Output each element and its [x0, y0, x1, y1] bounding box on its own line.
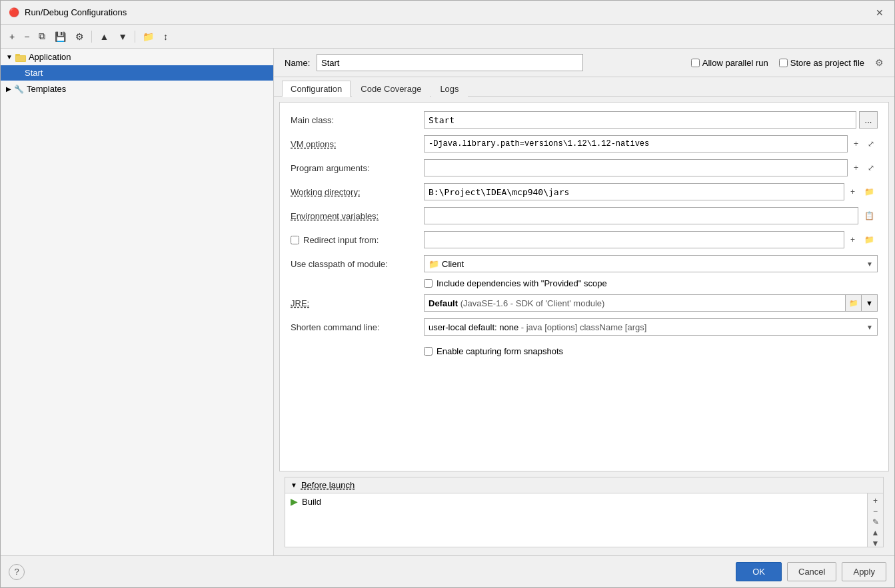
before-launch-header[interactable]: ▼ Before launch: [285, 477, 883, 493]
before-launch-up-button[interactable]: ▲: [869, 528, 882, 537]
folder-button[interactable]: 📁: [139, 29, 157, 44]
move-down-button[interactable]: ▼: [115, 29, 131, 44]
before-launch-sidebar: + − ✎ ▲ ▼: [867, 493, 883, 547]
vm-options-label: VM options:: [291, 139, 424, 149]
name-options: Allow parallel run Store as project file…: [691, 57, 884, 68]
before-launch-edit-button[interactable]: ✎: [869, 517, 882, 527]
main-class-browse-button[interactable]: ...: [859, 111, 878, 129]
working-directory-browse-button[interactable]: 📁: [861, 183, 878, 200]
save-button[interactable]: 💾: [51, 29, 69, 44]
jre-dropdown-button[interactable]: ▼: [861, 295, 877, 311]
working-directory-input-group: + 📁: [424, 183, 878, 200]
env-variables-input[interactable]: [424, 207, 858, 224]
enable-capturing-row: Enable capturing form snapshots: [291, 342, 878, 360]
classpath-module-arrow: ▼: [866, 260, 873, 268]
sidebar-item-application[interactable]: ▼ Application: [1, 49, 273, 65]
classpath-module-value: Client: [442, 259, 866, 269]
shorten-cmdline-value: user-local default: none - java [options…: [429, 322, 866, 332]
store-project-checkbox[interactable]: [779, 59, 788, 67]
vm-options-input[interactable]: [424, 135, 848, 152]
build-label: Build: [302, 497, 321, 507]
bottom-bar: ? OK Cancel Apply: [1, 555, 894, 587]
allow-parallel-label[interactable]: Allow parallel run: [691, 58, 768, 68]
before-launch-add-button[interactable]: +: [869, 496, 882, 505]
classpath-module-row: Use classpath of module: 📁 Client ▼: [291, 254, 878, 273]
enable-capturing-checkbox[interactable]: [424, 347, 433, 356]
ok-button[interactable]: OK: [736, 562, 782, 581]
shorten-cmdline-label: Shorten command line:: [291, 322, 424, 332]
shorten-cmdline-select[interactable]: user-local default: none - java [options…: [424, 318, 878, 336]
move-up-button[interactable]: ▲: [96, 29, 112, 44]
add-button[interactable]: +: [6, 29, 18, 44]
classpath-module-select[interactable]: 📁 Client ▼: [424, 255, 878, 272]
window-title: Run/Debug Configurations: [25, 7, 127, 17]
gear-icon[interactable]: ⚙: [875, 57, 884, 68]
remove-button[interactable]: −: [21, 29, 33, 44]
main-window: 🔴 Run/Debug Configurations ✕ + − ⧉ 💾 ⚙ ▲…: [0, 0, 895, 588]
redirect-input-label: Redirect input from:: [303, 235, 379, 245]
expand-icon-application: ▼: [6, 53, 13, 61]
sidebar-application-label: Application: [29, 52, 71, 62]
main-class-input[interactable]: [424, 111, 856, 129]
vm-options-input-group: + ⤢: [424, 135, 878, 152]
name-label: Name:: [285, 58, 311, 68]
program-arguments-input[interactable]: [424, 159, 848, 176]
redirect-input-browse-button[interactable]: 📁: [861, 231, 878, 248]
cancel-button[interactable]: Cancel: [787, 562, 836, 581]
jre-browse-button[interactable]: 📁: [845, 295, 861, 311]
main-content: ▼ Application Start ▶ 🔧 Templates: [1, 49, 894, 555]
tab-logs[interactable]: Logs: [431, 81, 467, 97]
tab-configuration[interactable]: Configuration: [282, 81, 351, 97]
help-button[interactable]: ?: [9, 564, 25, 580]
redirect-input-checkbox[interactable]: [291, 236, 299, 244]
redirect-input-group: + 📁: [424, 231, 878, 248]
expand-icon-templates: ▶: [6, 85, 11, 93]
settings-button[interactable]: ⚙: [72, 29, 87, 44]
start-label: Start: [25, 68, 43, 78]
toolbar-separator: [91, 31, 92, 43]
working-directory-add-button[interactable]: +: [847, 183, 858, 200]
close-button[interactable]: ✕: [873, 6, 886, 19]
name-input[interactable]: [317, 54, 583, 71]
program-arguments-add-button[interactable]: +: [850, 159, 862, 176]
window-icon: 🔴: [9, 7, 19, 18]
vm-options-expand-button[interactable]: ⤢: [864, 135, 878, 152]
apply-button[interactable]: Apply: [842, 562, 886, 581]
config-area: Main class: ... VM options: + ⤢: [279, 102, 889, 471]
redirect-input-add-button[interactable]: +: [847, 231, 858, 248]
env-variables-label: Environment variables:: [291, 211, 424, 221]
include-deps-checkbox[interactable]: [424, 279, 433, 288]
program-arguments-input-group: + ⤢: [424, 159, 878, 176]
title-bar: 🔴 Run/Debug Configurations ✕: [1, 1, 894, 25]
tabs-bar: Configuration Code Coverage Logs: [274, 77, 894, 97]
shorten-cmdline-arrow: ▼: [866, 324, 873, 331]
toolbar: + − ⧉ 💾 ⚙ ▲ ▼ 📁 ↕: [1, 25, 894, 49]
program-arguments-expand-button[interactable]: ⤢: [864, 159, 878, 176]
enable-capturing-group: Enable capturing form snapshots: [424, 346, 563, 356]
before-launch-content: ▶ Build + − ✎ ▲ ▼: [285, 493, 883, 547]
redirect-input-row: Redirect input from: + 📁: [291, 230, 878, 249]
before-launch-remove-button[interactable]: −: [869, 507, 882, 516]
before-launch-down-button[interactable]: ▼: [869, 539, 882, 548]
sidebar-item-templates[interactable]: ▶ 🔧 Templates: [1, 81, 273, 97]
store-project-label[interactable]: Store as project file: [779, 58, 864, 68]
env-variables-edit-button[interactable]: 📋: [861, 207, 878, 224]
sort-button[interactable]: ↕: [160, 29, 171, 44]
before-launch-expand-icon: ▼: [291, 481, 297, 489]
main-class-label: Main class:: [291, 115, 424, 125]
allow-parallel-checkbox[interactable]: [691, 59, 700, 67]
toolbar-separator-2: [135, 31, 135, 43]
sidebar: ▼ Application Start ▶ 🔧 Templates: [1, 49, 274, 555]
working-directory-input[interactable]: [424, 183, 844, 200]
copy-button[interactable]: ⧉: [35, 29, 49, 44]
env-variables-row: Environment variables: 📋: [291, 206, 878, 225]
tab-code-coverage[interactable]: Code Coverage: [352, 81, 430, 97]
main-class-input-group: ...: [424, 111, 878, 129]
sidebar-item-start[interactable]: Start: [1, 65, 273, 81]
action-buttons: OK Cancel Apply: [736, 562, 886, 581]
build-item[interactable]: ▶ Build: [285, 493, 883, 509]
jre-row: JRE: Default (JavaSE-1.6 - SDK of 'Clien…: [291, 294, 878, 312]
shorten-cmdline-row: Shorten command line: user-local default…: [291, 318, 878, 336]
vm-options-add-button[interactable]: +: [850, 135, 862, 152]
redirect-input-input[interactable]: [424, 231, 844, 248]
